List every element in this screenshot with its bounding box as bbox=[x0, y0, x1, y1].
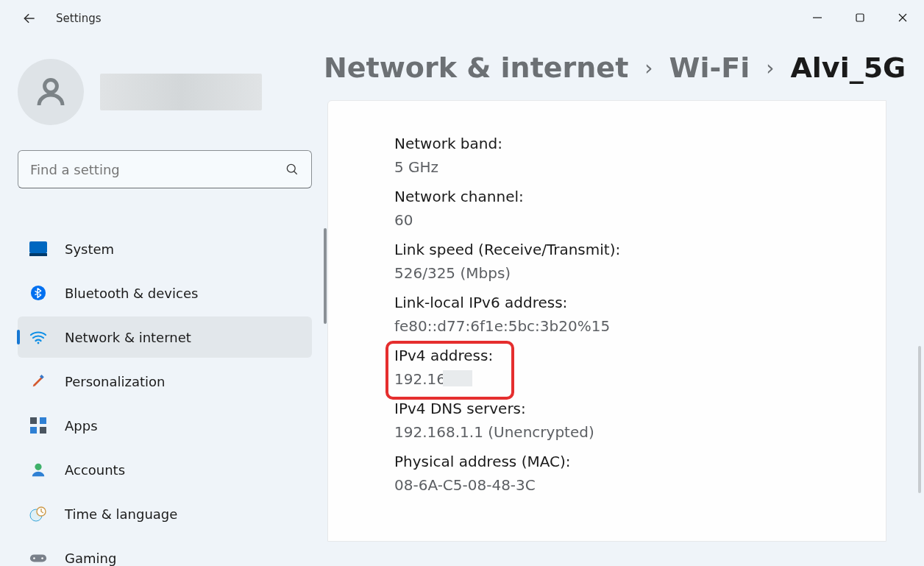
svg-point-4 bbox=[45, 80, 57, 93]
user-profile[interactable] bbox=[18, 59, 327, 125]
sidebar-item-label: System bbox=[65, 241, 114, 257]
back-button[interactable] bbox=[19, 8, 40, 29]
svg-rect-14 bbox=[30, 427, 37, 434]
sidebar-item-label: Bluetooth & devices bbox=[65, 286, 198, 301]
property-link-speed: Link speed (Receive/Transmit): 526/325 (… bbox=[394, 238, 886, 285]
svg-rect-13 bbox=[40, 417, 46, 424]
property-label: Network band: bbox=[394, 132, 886, 155]
property-value: 60 bbox=[394, 208, 886, 232]
redaction-mask bbox=[443, 370, 472, 386]
close-button[interactable] bbox=[881, 0, 924, 35]
property-ipv4-dns: IPv4 DNS servers: 192.168.1.1 (Unencrypt… bbox=[394, 397, 886, 444]
sidebar: System Bluetooth & devices Network & int… bbox=[0, 37, 327, 566]
bluetooth-icon bbox=[29, 284, 47, 302]
svg-rect-1 bbox=[856, 14, 864, 21]
sidebar-item-label: Gaming bbox=[65, 551, 116, 566]
property-label: Physical address (MAC): bbox=[394, 450, 886, 473]
svg-point-10 bbox=[38, 342, 40, 344]
svg-rect-15 bbox=[40, 427, 46, 434]
property-label: IPv4 address: bbox=[394, 344, 886, 367]
window-controls bbox=[796, 0, 924, 35]
title-bar: Settings bbox=[0, 0, 924, 37]
brush-icon bbox=[29, 372, 47, 390]
person-icon bbox=[29, 461, 47, 478]
gamepad-icon bbox=[29, 549, 47, 566]
svg-point-21 bbox=[41, 557, 43, 559]
chevron-right-icon: › bbox=[766, 56, 774, 80]
sidebar-item-gaming[interactable]: Gaming bbox=[18, 537, 312, 566]
property-value: 192.168.1.1 (Unencrypted) bbox=[394, 420, 886, 444]
minimize-button[interactable] bbox=[796, 0, 839, 35]
property-label: IPv4 DNS servers: bbox=[394, 397, 886, 420]
property-value: fe80::d77:6f1e:5bc:3b20%15 bbox=[394, 314, 886, 338]
sidebar-item-apps[interactable]: Apps bbox=[18, 405, 312, 446]
search-icon bbox=[285, 162, 299, 177]
sidebar-item-label: Accounts bbox=[65, 462, 125, 478]
property-value: 526/325 (Mbps) bbox=[394, 261, 886, 285]
apps-icon bbox=[29, 417, 47, 434]
properties-card: Network band: 5 GHz Network channel: 60 … bbox=[327, 100, 886, 542]
svg-point-20 bbox=[33, 557, 35, 559]
svg-point-5 bbox=[287, 164, 295, 172]
svg-rect-7 bbox=[29, 241, 47, 253]
breadcrumb-level-2[interactable]: Wi-Fi bbox=[669, 52, 750, 84]
svg-line-6 bbox=[294, 171, 297, 174]
main-panel: Network & internet › Wi-Fi › Alvi_5G Net… bbox=[327, 37, 924, 566]
property-value: 192.16 bbox=[394, 367, 886, 391]
avatar bbox=[18, 59, 84, 125]
property-network-channel: Network channel: 60 bbox=[394, 185, 886, 232]
property-value: 5 GHz bbox=[394, 155, 886, 179]
property-ipv4-address: IPv4 address: 192.16 bbox=[394, 344, 886, 391]
content-scrollbar[interactable] bbox=[918, 346, 921, 493]
property-label: Network channel: bbox=[394, 185, 886, 208]
sidebar-item-label: Personalization bbox=[65, 374, 165, 389]
sidebar-item-label: Apps bbox=[65, 418, 98, 434]
svg-rect-19 bbox=[30, 554, 46, 562]
ipv4-value-partial: 192.16 bbox=[394, 370, 446, 388]
property-ipv6-link-local: Link-local IPv6 address: fe80::d77:6f1e:… bbox=[394, 291, 886, 338]
sidebar-item-system[interactable]: System bbox=[18, 228, 312, 269]
sidebar-item-label: Time & language bbox=[65, 506, 177, 522]
wifi-icon bbox=[29, 328, 47, 346]
property-value: 08-6A-C5-08-48-3C bbox=[394, 473, 886, 497]
maximize-button[interactable] bbox=[839, 0, 881, 35]
clock-globe-icon bbox=[29, 505, 47, 523]
sidebar-nav: System Bluetooth & devices Network & int… bbox=[18, 228, 327, 566]
property-label: Link speed (Receive/Transmit): bbox=[394, 238, 886, 261]
monitor-icon bbox=[29, 240, 47, 258]
sidebar-item-bluetooth[interactable]: Bluetooth & devices bbox=[18, 272, 312, 314]
property-label: Link-local IPv6 address: bbox=[394, 291, 886, 314]
svg-rect-12 bbox=[30, 417, 37, 424]
sidebar-item-accounts[interactable]: Accounts bbox=[18, 449, 312, 490]
sidebar-item-time-language[interactable]: Time & language bbox=[18, 493, 312, 534]
property-network-band: Network band: 5 GHz bbox=[394, 132, 886, 179]
app-title: Settings bbox=[56, 12, 102, 25]
breadcrumb: Network & internet › Wi-Fi › Alvi_5G bbox=[324, 52, 924, 84]
chevron-right-icon: › bbox=[644, 56, 653, 80]
sidebar-item-personalization[interactable]: Personalization bbox=[18, 361, 312, 402]
svg-rect-8 bbox=[29, 253, 47, 256]
svg-point-16 bbox=[35, 464, 41, 470]
sidebar-item-label: Network & internet bbox=[65, 330, 191, 345]
breadcrumb-level-3: Alvi_5G bbox=[790, 52, 906, 84]
property-mac-address: Physical address (MAC): 08-6A-C5-08-48-3… bbox=[394, 450, 886, 497]
search-box[interactable] bbox=[18, 150, 312, 188]
user-name-redacted bbox=[100, 74, 262, 110]
breadcrumb-level-1[interactable]: Network & internet bbox=[324, 52, 628, 84]
sidebar-item-network[interactable]: Network & internet bbox=[18, 316, 312, 358]
search-input[interactable] bbox=[30, 162, 285, 177]
sidebar-scroll-thumb[interactable] bbox=[324, 228, 327, 324]
